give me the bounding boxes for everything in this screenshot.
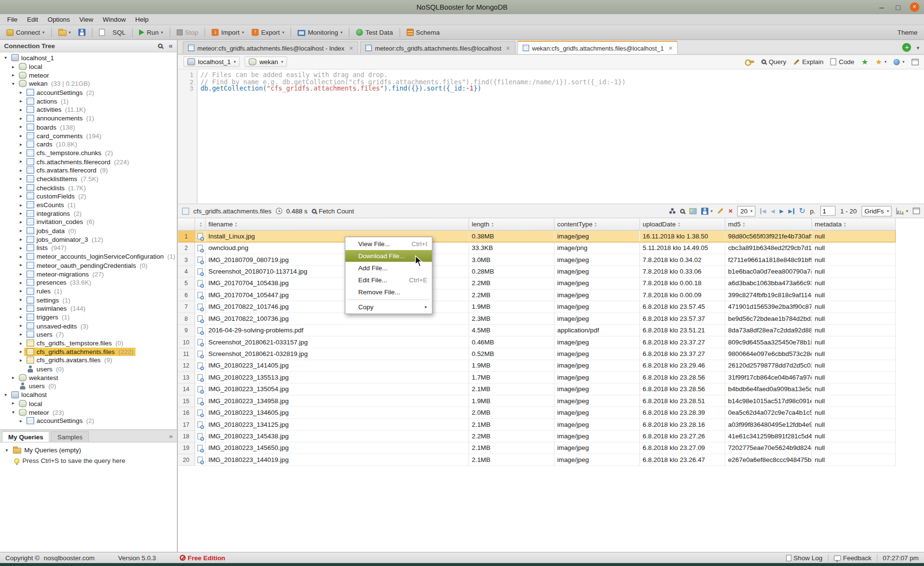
tree-item-meteor-accounts-loginserviceconfiguration[interactable]: ▸meteor_accounts_loginServiceConfigurati…: [0, 252, 177, 261]
row-view-cell[interactable]: [194, 395, 205, 407]
theme-button[interactable]: Theme: [895, 27, 921, 37]
overflow-chevron-icon[interactable]: »: [169, 433, 173, 440]
view-file-icon[interactable]: [197, 398, 202, 404]
cell-uploaddate[interactable]: 6.8.2018 klo 23.51.21: [639, 324, 724, 336]
view-file-icon[interactable]: [197, 233, 202, 239]
editor-tab[interactable]: wekan:cfs_gridfs.attachments.files@local…: [517, 40, 678, 54]
row-number[interactable]: 1: [178, 230, 194, 242]
last-page-button[interactable]: ▶: [789, 208, 794, 214]
view-file-icon[interactable]: [197, 433, 202, 439]
cell-metadata[interactable]: null: [811, 336, 895, 347]
minimize-button[interactable]: –: [877, 2, 886, 11]
expander-icon[interactable]: ▸: [18, 150, 24, 156]
expander-icon[interactable]: ▸: [18, 418, 24, 423]
expander-icon[interactable]: ▾: [2, 392, 9, 397]
expander-icon[interactable]: ▸: [18, 211, 24, 216]
code-button[interactable]: Code: [830, 58, 854, 66]
table-row[interactable]: 3IMG_20180709_080719.jpg3.0MBimage/jpeg7…: [178, 253, 895, 265]
feedback-button[interactable]: Feedback: [833, 554, 871, 562]
expander-icon[interactable]: ▸: [18, 168, 24, 173]
table-row[interactable]: 12IMG_20180223_141405.jpg1.9MBimage/jpeg…: [178, 359, 895, 371]
menu-file[interactable]: File: [2, 14, 22, 25]
expander-icon[interactable]: ▸: [18, 245, 24, 250]
chart-menu[interactable]: ▾: [897, 208, 908, 214]
tree-item-accountsettings[interactable]: ▸accountSettings(2): [0, 88, 177, 97]
view-file-icon[interactable]: [197, 245, 202, 251]
cell-length[interactable]: 2.3MB: [469, 313, 554, 324]
expander-icon[interactable]: ▾: [2, 55, 9, 61]
expander-icon[interactable]: ▸: [18, 90, 24, 95]
cell-md5[interactable]: a03f99f836480495e12fdb4e991: [725, 418, 812, 430]
tree-item-escounts[interactable]: ▸esCounts(1): [0, 200, 177, 209]
cell-metadata[interactable]: null: [811, 253, 895, 265]
expander-icon[interactable]: ▸: [18, 202, 24, 208]
row-view-cell[interactable]: [194, 324, 205, 336]
tree-item-meteor-oauth-pendingcredentials[interactable]: ▸meteor_oauth_pendingCredentials(0): [0, 261, 177, 270]
cell-filename[interactable]: IMG_20180223_145650.jpg: [205, 442, 468, 453]
collapse-sidebar-icon[interactable]: «: [169, 42, 173, 50]
cell-metadata[interactable]: null: [811, 348, 895, 359]
table-row[interactable]: 15IMG_20180223_134958.jpg1.9MBimage/jpeg…: [178, 395, 895, 407]
cell-metadata[interactable]: null: [811, 371, 895, 383]
image-export-icon[interactable]: [689, 208, 696, 214]
expander-icon[interactable]: ▸: [10, 375, 16, 380]
expander-icon[interactable]: ▸: [18, 159, 24, 164]
cell-metadata[interactable]: null: [811, 301, 895, 312]
tree-item-local[interactable]: ▸local: [0, 399, 177, 408]
cell-contenttype[interactable]: image/jpeg: [554, 395, 639, 407]
cell-contenttype[interactable]: image/jpeg: [554, 277, 639, 289]
menu-window[interactable]: Window: [98, 14, 130, 25]
row-number[interactable]: 14: [178, 383, 194, 395]
expander-icon[interactable]: ▸: [18, 271, 24, 276]
cell-md5[interactable]: b1e6bac0a0d7eea800790a7d473: [725, 265, 812, 277]
tree-item-cfs-gridfs-avatars-files[interactable]: ▸cfs_gridfs.avatars.files(9): [0, 356, 177, 365]
edit-icon[interactable]: [718, 208, 723, 214]
cell-filename[interactable]: IMG_20180223_134125.jpg: [205, 418, 468, 430]
cell-length[interactable]: 2.1MB: [469, 442, 554, 453]
cell-uploaddate[interactable]: 6.8.2018 klo 23.57.45: [639, 301, 724, 312]
cell-filename[interactable]: IMG_20180223_135513.jpg: [205, 371, 468, 383]
refresh-icon[interactable]: ↻: [799, 207, 805, 215]
cell-uploaddate[interactable]: 6.8.2018 klo 23.28.16: [639, 418, 724, 430]
expander-icon[interactable]: ▸: [10, 64, 16, 69]
expander-icon[interactable]: ▸: [18, 289, 24, 294]
cell-contenttype[interactable]: image/jpeg: [554, 454, 639, 465]
expander-icon[interactable]: ▸: [18, 332, 24, 337]
view-file-icon[interactable]: [197, 409, 202, 416]
cell-metadata[interactable]: null: [811, 430, 895, 442]
cell-md5[interactable]: 26120d25798778dd7d2d5c0273: [725, 359, 812, 371]
expander-icon[interactable]: ▸: [18, 98, 24, 104]
cell-uploaddate[interactable]: 6.8.2018 klo 23.28.56: [639, 371, 724, 383]
cell-uploaddate[interactable]: 16.11.2018 klo 1.38.50: [639, 230, 724, 242]
cell-uploaddate[interactable]: 7.8.2018 klo 0.00.09: [639, 289, 724, 301]
row-view-cell[interactable]: [194, 418, 205, 430]
column-header-contenttype[interactable]: contentType▴▾: [554, 218, 639, 230]
view-file-icon[interactable]: [197, 257, 202, 263]
cell-filename[interactable]: Screenshot_20180621-033157.jpg: [205, 336, 468, 347]
cancel-icon[interactable]: ×: [728, 207, 733, 215]
cell-contenttype[interactable]: image/jpeg: [554, 265, 639, 277]
tree-item-checklistitems[interactable]: ▸checklistItems(7.5K): [0, 174, 177, 183]
export-button[interactable]: Export▾: [249, 27, 287, 37]
view-file-icon[interactable]: [197, 268, 202, 275]
tab-list-icon[interactable]: ▾: [917, 44, 920, 50]
row-view-cell[interactable]: [194, 407, 205, 418]
cell-filename[interactable]: IMG_20180223_145438.jpg: [205, 430, 468, 442]
cell-md5[interactable]: cbc3a891b6348ed2f29cb7d13966: [725, 242, 812, 253]
expander-icon[interactable]: ▸: [18, 185, 24, 190]
cell-metadata[interactable]: null: [811, 242, 895, 253]
row-number[interactable]: 17: [178, 418, 194, 430]
cell-length[interactable]: 2.2MB: [469, 289, 554, 301]
view-file-icon[interactable]: [197, 421, 202, 428]
cell-md5[interactable]: 8da73a8df28ea7c2dda92d88f0c: [725, 324, 812, 336]
menu-item-copy[interactable]: Copy▸: [345, 301, 432, 313]
explain-button[interactable]: Explain: [793, 58, 823, 66]
row-view-cell[interactable]: [194, 336, 205, 347]
cell-uploaddate[interactable]: 7.8.2018 klo 0.33.06: [639, 265, 724, 277]
cell-length[interactable]: 1.7MB: [469, 371, 554, 383]
expander-icon[interactable]: ▸: [18, 124, 24, 130]
expander-icon[interactable]: ▸: [18, 194, 24, 199]
menu-view[interactable]: View: [75, 14, 98, 25]
tree-item-users[interactable]: users(0): [0, 382, 177, 391]
column-header-filename[interactable]: filename▴▾: [205, 218, 468, 230]
